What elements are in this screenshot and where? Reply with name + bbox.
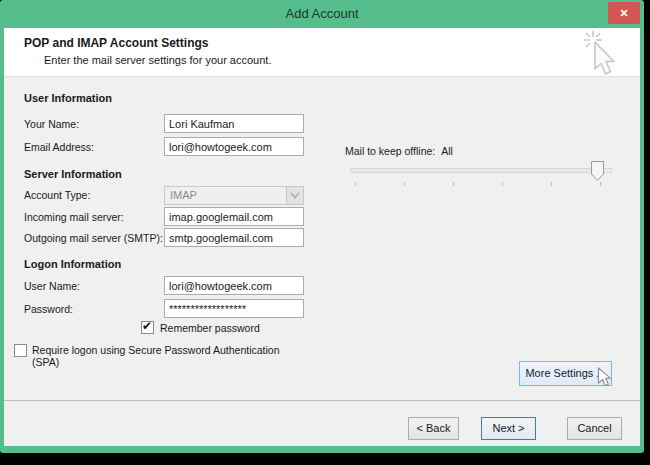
your-name-input[interactable]	[164, 114, 304, 133]
checkmark-icon: ✔	[142, 319, 152, 333]
mail-offline-label: Mail to keep offline: All	[345, 145, 453, 157]
user-name-input[interactable]	[164, 276, 304, 295]
spa-label: Require logon using Secure Password Auth…	[32, 344, 280, 368]
offline-slider-track[interactable]	[350, 168, 612, 173]
close-icon: ✕	[619, 7, 628, 19]
password-input[interactable]	[164, 299, 304, 318]
close-button[interactable]: ✕	[608, 2, 640, 24]
email-address-input[interactable]	[164, 137, 304, 156]
outgoing-server-input[interactable]	[164, 228, 304, 247]
add-account-dialog: Add Account ✕ POP and IMAP Account Setti…	[0, 0, 644, 453]
mouse-cursor-icon	[597, 367, 612, 388]
password-label: Password:	[24, 303, 73, 315]
slider-tick	[551, 182, 552, 186]
footer-separator	[4, 400, 640, 401]
slider-tick	[404, 182, 405, 186]
incoming-server-label: Incoming mail server:	[24, 211, 124, 223]
incoming-server-input[interactable]	[164, 207, 304, 226]
window-title: Add Account	[286, 6, 359, 21]
section-logon-information: Logon Information	[24, 258, 121, 270]
dialog-body: POP and IMAP Account Settings Enter the …	[4, 28, 640, 446]
section-user-information: User Information	[24, 92, 112, 104]
spa-checkbox[interactable]	[14, 344, 27, 357]
titlebar[interactable]: Add Account ✕	[0, 0, 644, 28]
section-server-information: Server Information	[24, 168, 122, 180]
back-button[interactable]: < Back	[408, 417, 459, 440]
remember-password-checkbox[interactable]: ✔	[141, 321, 154, 334]
wizard-header-title: POP and IMAP Account Settings	[24, 36, 208, 50]
offline-slider-thumb[interactable]	[591, 161, 604, 181]
account-type-value: IMAP	[170, 189, 197, 201]
account-type-dropdown[interactable]: IMAP	[164, 186, 304, 205]
wizard-header: POP and IMAP Account Settings Enter the …	[4, 28, 640, 77]
email-address-label: Email Address:	[24, 141, 94, 153]
slider-tick	[355, 182, 356, 186]
remember-password-label: Remember password	[160, 322, 260, 334]
outgoing-server-label: Outgoing mail server (SMTP):	[24, 232, 163, 244]
slider-tick	[600, 182, 601, 186]
click-sparkle-cursor-icon	[580, 30, 622, 76]
your-name-label: Your Name:	[24, 118, 79, 130]
cancel-button[interactable]: Cancel	[567, 417, 622, 440]
slider-tick	[502, 182, 503, 186]
chevron-down-icon	[286, 187, 303, 204]
slider-tick	[453, 182, 454, 186]
user-name-label: User Name:	[24, 280, 80, 292]
next-button[interactable]: Next >	[481, 417, 536, 440]
wizard-header-subtitle: Enter the mail server settings for your …	[44, 54, 271, 66]
mail-offline-value: All	[441, 145, 453, 157]
account-type-label: Account Type:	[24, 189, 90, 201]
